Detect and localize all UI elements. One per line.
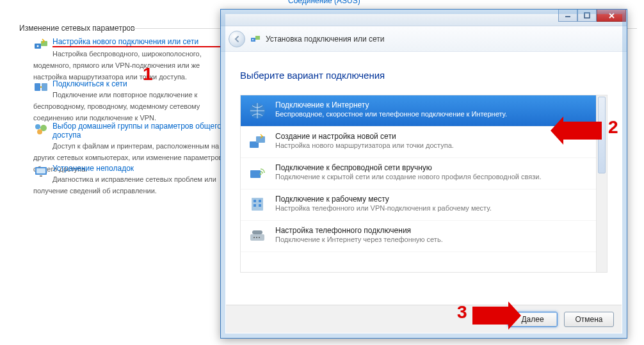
- wizard-content: Выберите вариант подключения Подключение…: [221, 52, 627, 273]
- option-dialup[interactable]: Настройка телефонного подключения Подклю…: [241, 221, 607, 252]
- bg-connection-link[interactable]: Соединение (ASUS): [288, 0, 360, 5]
- option-internet-title: Подключение к Интернету: [275, 100, 600, 109]
- maximize-button[interactable]: [577, 10, 597, 22]
- globe-icon: [247, 100, 268, 121]
- settings-heading: Изменение сетевых параметров: [19, 24, 135, 33]
- option-manual-wireless-desc: Подключение к скрытой сети или создание …: [275, 173, 600, 181]
- task-troubleshoot[interactable]: Устранение неполадок Диагностика и испра…: [33, 164, 232, 196]
- cancel-button[interactable]: Отмена: [564, 312, 614, 327]
- svg-point-22: [260, 173, 262, 175]
- wizard-app-icon: [250, 34, 261, 44]
- wizard-titlebar[interactable]: [221, 10, 627, 26]
- window-controls: [558, 10, 626, 22]
- svg-rect-24: [254, 200, 256, 202]
- svg-rect-25: [259, 200, 261, 202]
- svg-rect-9: [36, 168, 45, 173]
- connect-network-icon: [33, 79, 49, 95]
- homegroup-icon: [33, 122, 49, 137]
- option-workplace-title: Подключение к рабочему месту: [275, 195, 600, 204]
- svg-rect-16: [255, 36, 260, 40]
- svg-rect-20: [256, 136, 265, 143]
- task-connect-desc: Подключение или повторное подключение к …: [33, 91, 200, 122]
- annotation-number-3: 3: [457, 302, 467, 323]
- option-workplace-desc: Настройка телефонного или VPN-подключени…: [275, 204, 600, 212]
- annotation-arrow-2: [563, 122, 602, 140]
- svg-point-30: [254, 237, 255, 238]
- svg-point-17: [252, 39, 254, 40]
- svg-rect-12: [584, 13, 590, 18]
- svg-rect-3: [35, 83, 40, 91]
- wizard-footer: Далее Отмена: [226, 305, 622, 333]
- svg-rect-27: [259, 204, 261, 207]
- task-connect-title[interactable]: Подключиться к сети: [52, 79, 232, 88]
- svg-rect-1: [41, 41, 47, 46]
- wizard-header: Установка подключения или сети: [221, 26, 627, 52]
- router-setup-icon: [247, 132, 268, 152]
- task-new-connection[interactable]: Настройка нового подключения или сети На…: [33, 37, 232, 82]
- annotation-number-1: 1: [143, 64, 153, 84]
- troubleshoot-icon: [33, 164, 49, 179]
- back-button[interactable]: [229, 31, 245, 47]
- svg-rect-26: [254, 204, 256, 207]
- wireless-manual-icon: [247, 163, 268, 184]
- option-workplace[interactable]: Подключение к рабочему месту Настройка т…: [241, 189, 607, 221]
- svg-point-32: [259, 237, 260, 238]
- svg-point-31: [256, 237, 257, 238]
- svg-rect-21: [250, 170, 261, 178]
- task-new-connection-desc: Настройка беспроводного, широкополосного…: [33, 50, 202, 81]
- option-dialup-desc: Подключение к Интернету через телефонную…: [275, 236, 600, 243]
- option-dialup-title: Настройка телефонного подключения: [275, 226, 600, 235]
- option-manual-wireless[interactable]: Подключение к беспроводной сети вручную …: [241, 158, 607, 189]
- svg-rect-29: [252, 230, 262, 234]
- svg-rect-23: [252, 198, 263, 211]
- svg-point-5: [35, 124, 40, 129]
- task-connect-to-network[interactable]: Подключиться к сети Подключение или повт…: [33, 79, 232, 123]
- network-setup-icon: [33, 37, 49, 52]
- svg-rect-10: [40, 175, 42, 177]
- wizard-heading: Выберите вариант подключения: [240, 70, 608, 81]
- task-troubleshoot-title[interactable]: Устранение неполадок: [52, 164, 232, 173]
- workplace-icon: [247, 195, 268, 215]
- minimize-button[interactable]: [558, 10, 577, 22]
- task-troubleshoot-desc: Диагностика и исправление сетевых пробле…: [33, 175, 216, 195]
- wizard-window: Установка подключения или сети Выберите …: [220, 9, 627, 339]
- svg-point-7: [37, 129, 42, 134]
- svg-point-2: [37, 45, 39, 47]
- annotation-arrow-3: [472, 307, 508, 325]
- task-new-connection-title[interactable]: Настройка нового подключения или сети: [52, 37, 232, 47]
- svg-rect-4: [42, 83, 47, 91]
- close-button[interactable]: [597, 10, 626, 22]
- option-manual-wireless-title: Подключение к беспроводной сети вручную: [275, 163, 600, 172]
- wizard-title: Установка подключения или сети: [266, 35, 384, 44]
- task-homegroup-title[interactable]: Выбор домашней группы и параметров общег…: [52, 122, 232, 140]
- annotation-number-2: 2: [608, 117, 618, 138]
- dialup-phone-icon: [247, 226, 268, 246]
